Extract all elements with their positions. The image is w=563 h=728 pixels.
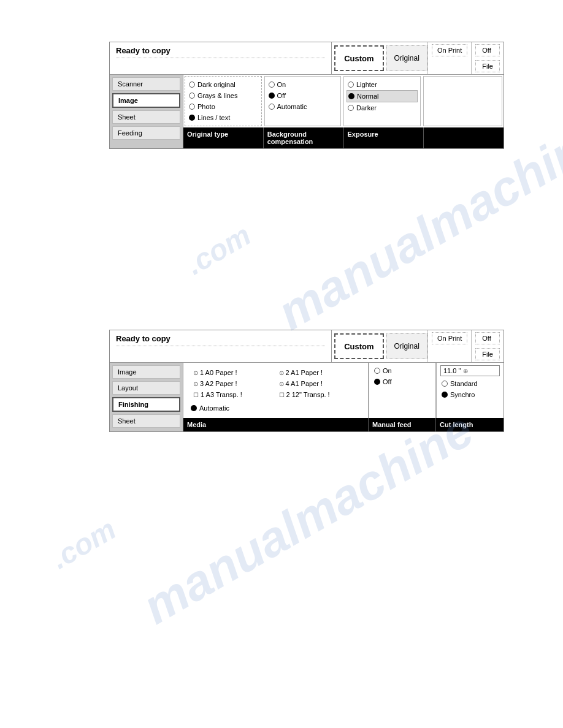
top-panel-header: Ready to copy Custom Original On Print O… [110,42,504,75]
bottom-off-button[interactable]: Off [475,332,500,344]
top-options-grid: Dark original Grays & lines Photo Lines … [183,75,504,127]
bottom-status-area: Ready to copy [110,330,332,362]
sidebar-scanner[interactable]: Scanner [112,77,180,91]
original-type-col: Dark original Grays & lines Photo Lines … [185,76,262,126]
watermark-2: .com [180,218,257,282]
bottom-file-button[interactable]: File [475,348,500,360]
top-col-headers: Original type Backgroundcompensation Exp… [183,127,504,148]
radio-automatic [191,405,197,411]
top-sidebar: Scanner Image Sheet Feeding [110,75,183,148]
bottom-col-headers: Media Manual feed Cut length [183,418,504,431]
top-status-subtitle [116,58,325,67]
ot-photo[interactable]: Photo [188,101,259,112]
radio-dark-original [189,82,195,88]
manual-feed-on[interactable]: On [373,365,432,376]
bottom-on-off-group: On Print [427,330,471,362]
tray-icon-6: ☐ [279,392,285,398]
cut-length-col: 11.0 " ⊕ Standard Synchro [436,363,504,418]
radio-exp-normal [348,93,354,99]
media-item-a3-transp[interactable]: ☐ 1 A3 Transp. ! [191,390,275,400]
bottom-custom-button[interactable]: Custom [334,333,383,359]
tray-icon-2: ⊙ [279,370,284,376]
top-right-pair: Off File [471,42,504,74]
bottom-original-button[interactable]: Original [386,333,427,359]
media-item-a0-paper[interactable]: ⊙ 1 A0 Paper ! [191,368,275,377]
tray-icon-4: ⊙ [279,381,284,387]
col-header-empty [424,127,504,148]
top-custom-button[interactable]: Custom [334,45,383,71]
ot-lines-text[interactable]: Lines / text [188,112,259,123]
col-header-exposure: Exposure [344,127,424,148]
manual-feed-col: On Off [369,363,436,418]
ot-dark-original[interactable]: Dark original [188,79,259,90]
bottom-header-buttons: Custom Original On Print Off File [332,330,504,362]
bottom-panel: Ready to copy Custom Original On Print O… [109,330,504,432]
col-header-manual-feed: Manual feed [369,418,436,431]
exp-normal[interactable]: Normal [347,90,418,102]
radio-manual-off [374,379,380,385]
bottom-sidebar: Image Layout Finishing Sheet [110,363,183,431]
media-automatic[interactable]: Automatic [187,402,364,414]
top-file-button[interactable]: File [475,60,500,72]
bottom-content-area: Image Layout Finishing Sheet ⊙ 1 A [110,363,504,431]
exp-darker[interactable]: Darker [347,102,418,113]
media-item-a1-paper-2[interactable]: ⊙ 2 A1 Paper ! [277,368,361,377]
radio-exp-lighter [348,82,354,88]
bottom-status-subtitle [116,346,325,355]
bottom-main-content: ⊙ 1 A0 Paper ! ⊙ 2 A1 Paper ! ⊙ 3 A2 Pap… [183,363,504,431]
radio-standard [442,381,448,387]
top-off-button[interactable]: Off [475,44,500,56]
exposure-col: Lighter Normal Darker [343,76,421,126]
media-item-a1-paper-4[interactable]: ⊙ 4 A1 Paper ! [277,379,361,389]
cut-length-synchro[interactable]: Synchro [440,389,500,400]
col-header-media: Media [183,418,369,431]
cut-length-input[interactable]: 11.0 " ⊕ [440,365,500,376]
top-status-area: Ready to copy [110,42,332,74]
tray-icon-3: ⊙ [193,381,198,387]
exp-lighter[interactable]: Lighter [347,79,418,90]
bg-off[interactable]: Off [267,90,339,101]
radio-lines-text [189,115,195,121]
sidebar-sheet[interactable]: Sheet [112,110,180,124]
media-grid: ⊙ 1 A0 Paper ! ⊙ 2 A1 Paper ! ⊙ 3 A2 Pap… [187,365,364,402]
bottom-on-button[interactable]: On Print [432,332,467,344]
bg-on[interactable]: On [267,79,339,90]
sidebar-layout[interactable]: Layout [112,381,180,395]
tray-icon-5: ☐ [193,392,199,398]
col-header-original-type: Original type [183,127,264,148]
media-item-12-transp[interactable]: ☐ 2 12" Transp. ! [277,390,361,400]
radio-synchro [442,392,448,398]
top-content-area: Scanner Image Sheet Feeding Dark origina… [110,75,504,148]
watermark-3: manualmachine [134,401,483,635]
radio-bg-automatic [269,104,275,110]
bg-automatic[interactable]: Automatic [267,101,339,112]
sidebar-sheet-bottom[interactable]: Sheet [112,414,180,428]
col-header-bg-comp: Backgroundcompensation [264,127,344,148]
top-main-content: Dark original Grays & lines Photo Lines … [183,75,504,148]
top-header-buttons: Custom Original On Print Off File [332,42,504,74]
ot-grays-lines[interactable]: Grays & lines [188,90,259,101]
media-col: ⊙ 1 A0 Paper ! ⊙ 2 A1 Paper ! ⊙ 3 A2 Pap… [183,363,369,418]
top-original-button[interactable]: Original [386,45,427,71]
sidebar-image-bottom[interactable]: Image [112,365,180,379]
sidebar-image[interactable]: Image [112,93,180,108]
radio-exp-darker [348,105,354,111]
bottom-right-pair: Off File [471,330,504,362]
cut-length-standard[interactable]: Standard [440,378,500,389]
bottom-options-grid: ⊙ 1 A0 Paper ! ⊙ 2 A1 Paper ! ⊙ 3 A2 Pap… [183,363,504,418]
empty-col [423,76,503,126]
media-item-a2-paper[interactable]: ⊙ 3 A2 Paper ! [191,379,275,389]
radio-grays-lines [189,93,195,99]
col-header-cut-length: Cut length [436,418,504,431]
sidebar-feeding[interactable]: Feeding [112,126,180,140]
top-on-button[interactable]: On Print [432,44,467,56]
top-panel: Ready to copy Custom Original On Print O… [109,42,504,149]
bottom-panel-header: Ready to copy Custom Original On Print O… [110,330,504,363]
sidebar-finishing[interactable]: Finishing [112,397,180,412]
bottom-status-title: Ready to copy [116,334,325,343]
top-on-off-group: On Print [427,42,471,74]
manual-feed-off[interactable]: Off [373,376,432,387]
spinner-icon[interactable]: ⊕ [463,368,468,374]
top-status-title: Ready to copy [116,46,325,55]
radio-bg-on [269,82,275,88]
